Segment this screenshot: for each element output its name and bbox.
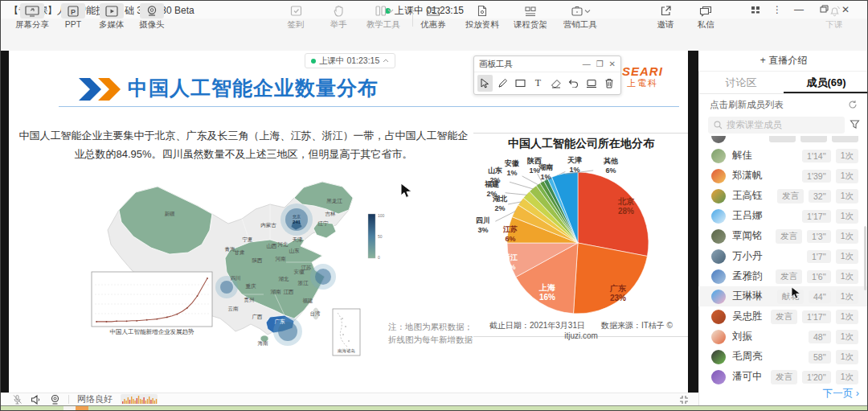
sidebar-scrollbar[interactable]: [864, 226, 866, 290]
member-name: 解佳: [732, 149, 797, 162]
member-row[interactable]: 毛周亮58''1次: [698, 347, 868, 367]
webcam-icon[interactable]: [50, 394, 60, 405]
tab-rule: [698, 93, 868, 94]
member-row[interactable]: 王琳琳献花44''1次: [698, 286, 868, 306]
end-class-bell-icon: [822, 3, 846, 18]
slide-title: 中国人工智能企业数量分布: [128, 75, 379, 101]
toolbar-invite[interactable]: 邀请: [653, 3, 678, 31]
member-badge: 32'': [809, 190, 831, 203]
member-badge: 发言: [771, 370, 797, 384]
more-menu-icon[interactable]: ⋮: [768, 2, 786, 17]
rectangle-tool-icon[interactable]: [513, 75, 528, 92]
member-row[interactable]: 吴忠胜发言1'17''1次: [698, 306, 868, 327]
toolbar-raise-hand[interactable]: 举手: [326, 3, 350, 31]
province-label: 广东: [275, 319, 286, 324]
teaching-tools-icon: [371, 3, 395, 18]
member-search-input[interactable]: 搜索课堂成员: [708, 117, 845, 134]
toolbar-coupon[interactable]: 优惠券: [420, 3, 446, 31]
marketing-briefcase-icon: [568, 3, 592, 18]
palette-header[interactable]: 画板工具 — ❐ ✕: [474, 56, 620, 72]
chevron-up-icon[interactable]: [383, 59, 389, 63]
member-badge: 1'3'': [807, 230, 831, 243]
mouse-cursor-2: [791, 286, 801, 300]
bubble: [220, 281, 233, 294]
member-badge: 1次: [836, 169, 858, 183]
tab-discussion[interactable]: 讨论区: [698, 71, 784, 94]
media-play-icon: [100, 3, 124, 18]
mic-muted-icon[interactable]: [12, 394, 23, 405]
live-intro-button[interactable]: + 直播介绍: [698, 51, 868, 72]
raise-hand-icon: [326, 3, 350, 18]
member-row[interactable]: 王高钰发言32''1次: [698, 186, 868, 206]
china-map-figure: 北京241 新疆黑龙江吉林辽宁内蒙古天津河北山西山东宁夏青海甘肃陕西河南江苏安徽…: [77, 174, 451, 383]
pill-status-text: 上课中 01:23:15: [319, 55, 379, 67]
pie-value: 3%: [477, 226, 488, 234]
member-row[interactable]: 王吕娜1'17''1次: [698, 206, 868, 226]
member-name: 郑潇帆: [732, 169, 797, 183]
toolbar-sign-in[interactable]: 签到: [284, 3, 308, 31]
whiteboard-palette[interactable]: 画板工具 — ❐ ✕ T: [473, 55, 621, 95]
member-row[interactable]: ——————: [698, 136, 868, 146]
toolbar-marketing-tools[interactable]: 营销工具: [563, 3, 597, 31]
sign-in-icon: [284, 3, 308, 18]
avatar: [711, 290, 726, 304]
select-cursor-tool-icon[interactable]: [477, 75, 493, 92]
province-label: 湖北: [279, 276, 290, 282]
toolbar-private-msg[interactable]: 私信: [694, 3, 718, 31]
speaker-icon[interactable]: [31, 395, 42, 405]
pie-label: 天津: [567, 156, 582, 164]
member-row[interactable]: 覃闻铭发言1'3''1次: [698, 226, 868, 246]
member-row[interactable]: 潘可中发言1'20''1次: [698, 367, 868, 387]
member-row[interactable]: 解佳1'14''1次: [698, 146, 868, 166]
desktop-taskbar-sliver: [1, 405, 868, 411]
member-row[interactable]: 刘振48''1次: [698, 327, 868, 347]
next-page-button[interactable]: 下一页 ›: [698, 387, 859, 401]
member-row[interactable]: 万小丹1'7''1次: [698, 246, 868, 266]
member-row[interactable]: 孟雅韵发言1'6''1次: [698, 266, 868, 286]
member-row[interactable]: 郑潇帆1'39''1次: [698, 166, 868, 186]
avatar: [711, 169, 726, 183]
toolbar-materials[interactable]: 投放资料: [465, 3, 499, 31]
eraser-tool-icon[interactable]: [548, 75, 563, 92]
pie-value: 16%: [539, 293, 555, 302]
toolbar-screen-share[interactable]: 屏幕分享: [15, 3, 49, 31]
filter-funnel-icon[interactable]: [850, 119, 860, 129]
bubble-value: 241: [293, 220, 301, 224]
class-timer-pill[interactable]: 上课中 01:23:15: [305, 53, 395, 68]
member-name: 潘可中: [732, 370, 766, 384]
colorbar-tick: 50: [378, 234, 383, 239]
toolbar-teaching-tools[interactable]: 教学工具: [366, 3, 400, 31]
av-control-bar: 网络良好: [1, 393, 698, 405]
toolbar-course-shelf[interactable]: 课程货架: [514, 3, 547, 31]
layout-grid-icon[interactable]: [747, 2, 764, 17]
toolbar-camera[interactable]: 摄像头: [139, 3, 165, 31]
member-badge: 48'': [809, 331, 831, 343]
pie-value: 8%: [505, 263, 515, 271]
refresh-members-row[interactable]: 点击刷新成员列表: [698, 95, 868, 114]
pen-tool-icon[interactable]: [495, 75, 510, 92]
text-tool-icon[interactable]: T: [530, 75, 546, 92]
palette-close-icon[interactable]: ✕: [609, 60, 616, 68]
member-badge: 1次: [836, 249, 858, 264]
clear-trash-tool-icon[interactable]: [601, 75, 616, 92]
toolbar-ppt[interactable]: P PPT: [61, 3, 85, 29]
refresh-icon[interactable]: [848, 100, 858, 109]
mouse-cursor: [400, 183, 413, 199]
member-badge: 1次: [836, 370, 858, 384]
tab-members[interactable]: 成员(69): [784, 71, 868, 94]
palette-minimize-icon[interactable]: —: [583, 60, 591, 68]
palette-restore-icon[interactable]: ❐: [596, 60, 604, 68]
province-label: 宁夏: [243, 236, 253, 243]
undo-tool-icon[interactable]: [566, 75, 581, 92]
minimize-button[interactable]: —: [790, 2, 808, 17]
pie-value: 1%: [506, 169, 517, 177]
member-name: 孟雅韵: [732, 269, 771, 283]
pie-slice: [578, 172, 649, 257]
compress-view-icon[interactable]: [679, 395, 689, 405]
avatar: [711, 209, 726, 224]
toolbar-media[interactable]: 多媒体: [99, 3, 125, 31]
camera-icon: [140, 3, 164, 18]
board-tool-icon[interactable]: [583, 75, 599, 92]
toolbar-end-class[interactable]: 下课: [822, 3, 846, 31]
avatar: [711, 310, 726, 324]
